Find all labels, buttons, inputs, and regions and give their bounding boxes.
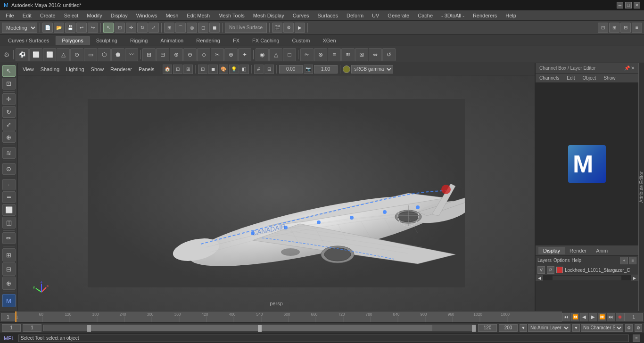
layers-menu[interactable]: Layers: [537, 258, 552, 263]
current-frame-input[interactable]: [1, 313, 15, 321]
vp-menu-view[interactable]: View: [20, 65, 37, 73]
menu-renderers[interactable]: Renderers: [469, 12, 501, 19]
range-track[interactable]: [43, 325, 476, 331]
play-backward-btn[interactable]: ◀: [580, 313, 588, 321]
menu-select[interactable]: Select: [60, 12, 83, 19]
menu-windows[interactable]: Windows: [132, 12, 161, 19]
shelf-disc-icon[interactable]: ⬡: [98, 48, 111, 61]
menu-3dto-all[interactable]: - 3DtoAll -: [438, 12, 468, 19]
layer-anim-tab[interactable]: Anim: [591, 247, 612, 254]
near-clip-input[interactable]: [314, 65, 338, 74]
menu-modify[interactable]: Modify: [83, 12, 106, 19]
scroll-right-btn[interactable]: ▶: [631, 275, 638, 281]
airplane-3d-view[interactable]: CANADAIR: [18, 75, 535, 311]
camera-home-btn[interactable]: 🏠: [163, 65, 172, 74]
shelf-merge-icon[interactable]: ⊛: [224, 48, 238, 61]
ipr-render-button[interactable]: ▶: [295, 23, 305, 33]
char-set-select[interactable]: No Character Set: [581, 324, 623, 332]
menu-uv[interactable]: UV: [368, 12, 383, 19]
shelf-insert-edgeloop-icon[interactable]: ≡: [328, 48, 341, 61]
shelf-poke-icon[interactable]: ✦: [238, 48, 251, 61]
tab-sculpting[interactable]: Sculpting: [90, 36, 124, 45]
render-settings-button[interactable]: ⚙: [283, 23, 294, 33]
step-forward-btn[interactable]: ⏩: [598, 313, 606, 321]
vp-menu-panels[interactable]: Panels: [136, 65, 157, 73]
command-line-input[interactable]: [18, 335, 629, 342]
show-tab[interactable]: Show: [602, 74, 617, 82]
render-view-button[interactable]: 🎬: [272, 23, 282, 33]
menu-mesh-display[interactable]: Mesh Display: [249, 12, 288, 19]
shelf-pipe-icon[interactable]: ⬟: [111, 48, 124, 61]
tab-rigging[interactable]: Rigging: [124, 36, 154, 45]
cam-value-input[interactable]: [279, 65, 303, 74]
shelf-combine-icon[interactable]: ⊕: [170, 48, 183, 61]
layer-select-btn[interactable]: ≡: [629, 257, 636, 264]
maximize-button[interactable]: □: [625, 2, 632, 8]
current-frame-input-right[interactable]: [624, 313, 643, 321]
menu-mesh-tools[interactable]: Mesh Tools: [215, 12, 248, 19]
tab-fx[interactable]: FX: [227, 36, 246, 45]
redo-button[interactable]: ↪: [88, 23, 98, 33]
range-end-thumb[interactable]: [472, 325, 476, 332]
shelf-quadrangulate-icon[interactable]: □: [283, 48, 296, 61]
options-menu[interactable]: Options: [553, 258, 570, 263]
wireframe-btn[interactable]: ⊡: [198, 65, 207, 74]
shelf-cone-icon[interactable]: △: [57, 48, 70, 61]
shelf-slide-edge-icon[interactable]: ⇔: [369, 48, 382, 61]
char-set-arrow-btn[interactable]: ▼: [572, 324, 580, 332]
color-profile-select[interactable]: sRGB gamma: [351, 65, 393, 74]
layer-color-swatch[interactable]: [556, 267, 563, 273]
panel-pin-btn[interactable]: 📌: [624, 65, 630, 71]
snap-to-surface-button[interactable]: ◼: [209, 23, 220, 33]
range-playback-end-input[interactable]: [478, 324, 497, 332]
menu-cache[interactable]: Cache: [414, 12, 437, 19]
shelf-separate-icon[interactable]: ⊖: [183, 48, 197, 61]
layout-custom-button[interactable]: ⊟: [620, 23, 631, 33]
anim-layer-select[interactable]: No Anim Layer: [528, 324, 570, 332]
rotate-tool-button[interactable]: ↻: [137, 23, 148, 33]
scale-tool-button[interactable]: ⤢: [149, 23, 159, 33]
shelf-bevel-icon[interactable]: ◇: [197, 48, 210, 61]
scroll-left-btn[interactable]: ◀: [536, 275, 543, 281]
component-edge-btn[interactable]: ━: [2, 191, 16, 203]
shelf-cylinder-icon[interactable]: ⬜: [43, 48, 56, 61]
range-start-thumb[interactable]: [87, 325, 91, 332]
script-editor-btn[interactable]: ≡: [633, 335, 640, 342]
shelf-helix-icon[interactable]: 〰: [125, 48, 138, 61]
go-to-end-btn[interactable]: ⏭: [607, 313, 615, 321]
layout-option-button[interactable]: ≡: [632, 23, 642, 33]
layer-options-btn[interactable]: ⊕: [2, 277, 16, 290]
anim-layer-arrow-btn[interactable]: ▼: [520, 324, 527, 332]
tab-custom[interactable]: Custom: [286, 36, 316, 45]
workspace-dropdown[interactable]: Modeling: [2, 23, 37, 33]
vp-menu-shading[interactable]: Shading: [38, 65, 62, 73]
component-face-btn[interactable]: ⬜: [2, 204, 16, 216]
shelf-spin-edge-icon[interactable]: ↺: [382, 48, 396, 61]
move-tool-button[interactable]: ✛: [126, 23, 136, 33]
lasso-tool-button[interactable]: ⊡: [115, 23, 125, 33]
tab-animation[interactable]: Animation: [154, 36, 190, 45]
shelf-cube-icon[interactable]: ⬜: [29, 48, 42, 61]
auto-key-btn[interactable]: ⏺: [616, 313, 624, 321]
range-current-thumb[interactable]: [258, 325, 262, 332]
menu-deform[interactable]: Deform: [343, 12, 367, 19]
minimize-button[interactable]: ─: [617, 2, 623, 8]
maya-logo-btn[interactable]: M: [2, 294, 16, 307]
shelf-plane-icon[interactable]: ▭: [84, 48, 97, 61]
save-scene-button[interactable]: 💾: [65, 23, 75, 33]
shelf-gear-icon[interactable]: ⚙: [2, 50, 11, 59]
shelf-smooth-icon[interactable]: ◉: [256, 48, 269, 61]
menu-file[interactable]: File: [2, 12, 18, 19]
layout-four-button[interactable]: ⊞: [609, 23, 619, 33]
tab-rendering[interactable]: Rendering: [190, 36, 226, 45]
component-uvmap-btn[interactable]: ◫: [2, 217, 16, 229]
rotate-btn[interactable]: ↻: [2, 106, 16, 118]
vp-menu-renderer[interactable]: Renderer: [107, 65, 135, 73]
vp-menu-show[interactable]: Show: [88, 65, 107, 73]
camera-sel-btn[interactable]: ⊞: [183, 65, 193, 74]
camera-fit-btn[interactable]: ⊡: [173, 65, 182, 74]
close-button[interactable]: ✕: [634, 2, 640, 8]
snap-to-curve-button[interactable]: ⌒: [175, 23, 186, 33]
tab-fx-caching[interactable]: FX Caching: [246, 36, 285, 45]
move-btn[interactable]: ✛: [2, 93, 16, 105]
